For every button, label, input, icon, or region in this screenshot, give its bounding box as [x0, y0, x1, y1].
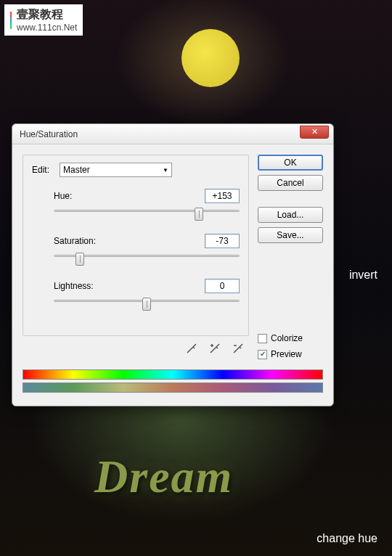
watermark-cn: 壹聚教程: [17, 7, 77, 23]
lightness-value-input[interactable]: 0: [205, 279, 240, 293]
saturation-label: Saturation:: [54, 236, 96, 246]
lightness-block: Lightness: 0: [32, 279, 240, 311]
preview-checkbox[interactable]: ✔: [258, 350, 267, 359]
edit-dropdown[interactable]: Master ▼: [60, 163, 172, 177]
moon-top: [181, 29, 240, 87]
edit-label: Edit:: [32, 165, 54, 175]
preview-row[interactable]: ✔ Preview: [258, 349, 323, 359]
hue-value-input[interactable]: +153: [205, 189, 240, 203]
label-change-hue: change hue: [317, 532, 377, 545]
edit-group: Edit: Master ▼ Hue: +153: [23, 155, 249, 336]
dialog-title: Hue/Saturation: [20, 129, 78, 139]
eyedropper-minus-icon[interactable]: [230, 340, 246, 356]
preview-label: Preview: [271, 349, 302, 359]
buttons-area: OK Cancel Load... Save... Colorize ✔ Pre…: [258, 155, 323, 359]
watermark: 壹聚教程 www.111cn.Net: [4, 4, 83, 36]
eyedropper-plus-icon[interactable]: [207, 340, 223, 356]
ok-button[interactable]: OK: [258, 155, 323, 171]
hue-block: Hue: +153: [32, 189, 240, 221]
hue-label: Hue:: [54, 191, 72, 201]
label-invert: invert: [349, 269, 377, 282]
hue-saturation-dialog: Hue/Saturation ✕ Edit: Master ▼ Hue: +15…: [12, 123, 334, 406]
lightness-thumb[interactable]: [142, 298, 151, 311]
hue-slider[interactable]: [54, 208, 240, 221]
lightness-label: Lightness:: [54, 281, 94, 291]
cancel-button[interactable]: Cancel: [258, 175, 323, 191]
controls-area: Edit: Master ▼ Hue: +153: [23, 155, 249, 359]
saturation-value-input[interactable]: -73: [205, 234, 240, 248]
watermark-stripes-icon: [10, 12, 12, 29]
spectrum-bars: [12, 369, 333, 406]
dream-text: Dream: [94, 450, 233, 504]
colorize-checkbox[interactable]: [258, 334, 267, 343]
saturation-block: Saturation: -73: [32, 234, 240, 266]
hue-thumb[interactable]: [195, 208, 203, 221]
colorize-label: Colorize: [271, 333, 303, 343]
edit-dropdown-value: Master: [63, 165, 90, 175]
spectrum-input[interactable]: [23, 369, 323, 380]
lightness-slider[interactable]: [54, 298, 240, 311]
save-button[interactable]: Save...: [258, 227, 323, 243]
load-button[interactable]: Load...: [258, 207, 323, 223]
saturation-slider[interactable]: [54, 253, 240, 266]
saturation-thumb[interactable]: [75, 253, 84, 266]
close-button[interactable]: ✕: [300, 126, 329, 139]
eyedropper-icon[interactable]: [184, 340, 200, 356]
chevron-down-icon: ▼: [163, 167, 168, 173]
eyedropper-tools: [23, 336, 249, 359]
spectrum-output[interactable]: [23, 383, 323, 393]
colorize-row[interactable]: Colorize: [258, 333, 323, 343]
watermark-url: www.111cn.Net: [17, 23, 77, 33]
dialog-titlebar[interactable]: Hue/Saturation ✕: [12, 124, 333, 144]
